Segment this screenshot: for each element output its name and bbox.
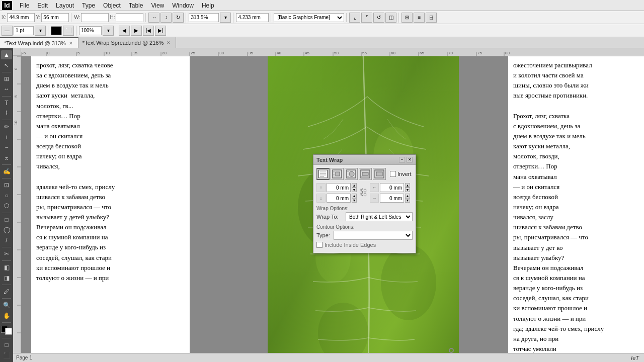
- menu-view[interactable]: View: [147, 1, 168, 10]
- tool-ellipse[interactable]: ◯: [1, 225, 12, 234]
- menu-table[interactable]: Table: [125, 1, 147, 10]
- wrap-mode-above[interactable]: [359, 168, 372, 180]
- wrap-to-select[interactable]: Both Right & Left Sides Left Side Right …: [346, 212, 413, 221]
- y-input[interactable]: [41, 13, 69, 22]
- wrap-options-label: Wrap Options:: [316, 206, 413, 211]
- offset-right-down[interactable]: ▼: [405, 198, 410, 203]
- status-text: Page 1: [16, 355, 32, 360]
- x-input[interactable]: [7, 13, 35, 22]
- dialog-controls: − ✕: [399, 157, 413, 163]
- type-select[interactable]: Bounding Box Detect Edges Alpha Channel: [334, 231, 413, 240]
- menu-help[interactable]: Help: [198, 1, 218, 10]
- tool-scissors[interactable]: ✂: [1, 249, 12, 258]
- display-mode-btn[interactable]: ⊟: [401, 13, 413, 23]
- offset-top-input[interactable]: [327, 183, 351, 192]
- tool-polygon-frame[interactable]: ⬡: [1, 201, 12, 210]
- dialog-minimize-btn[interactable]: −: [399, 157, 405, 163]
- tool-pencil[interactable]: ✍: [1, 167, 12, 176]
- tool-type[interactable]: T: [1, 99, 12, 108]
- menubar: Id File Edit Layout Type Object Table Vi…: [0, 0, 644, 11]
- wrap-mode-contour[interactable]: [345, 168, 358, 180]
- tool-mode-normal[interactable]: □: [1, 340, 12, 349]
- include-inside-edges-checkbox[interactable]: [316, 242, 323, 248]
- tool-hand[interactable]: ✋: [1, 311, 12, 320]
- tool-gradient-swatch[interactable]: ◧: [1, 263, 12, 272]
- wrap-btn[interactable]: ⌸: [426, 13, 437, 23]
- first-page-btn[interactable]: |◀: [143, 26, 154, 36]
- menu-window[interactable]: Window: [169, 1, 197, 10]
- tool-rectangle[interactable]: □: [1, 215, 12, 224]
- flip-v-btn[interactable]: ↕: [160, 13, 172, 23]
- tool-gradient-feather[interactable]: ◨: [1, 273, 12, 282]
- last-page-btn[interactable]: ▶|: [155, 26, 166, 36]
- zoom-pct-input[interactable]: [79, 26, 102, 35]
- tool-rectangle-frame[interactable]: ⊡: [1, 180, 12, 190]
- offset-right-up[interactable]: ▲: [405, 194, 410, 198]
- dialog-close-btn[interactable]: ✕: [407, 157, 413, 163]
- tool-line[interactable]: /: [1, 235, 12, 244]
- dialog-titlebar[interactable]: Text Wrap − ✕: [313, 155, 416, 165]
- offset-bottom-up[interactable]: ▲: [352, 194, 357, 198]
- tab-textwrap-close[interactable]: ✕: [68, 40, 74, 46]
- offset-left-up[interactable]: ▲: [405, 183, 410, 188]
- coord-input[interactable]: [236, 13, 269, 22]
- tool-type-path[interactable]: ⌇: [1, 109, 12, 118]
- svg-text:55: 55: [362, 51, 367, 55]
- offset-top-up[interactable]: ▲: [352, 183, 357, 188]
- tool-direct-select[interactable]: ↖: [1, 60, 12, 69]
- tool-zoom[interactable]: 🔍: [1, 301, 12, 310]
- menu-object[interactable]: Object: [100, 1, 124, 10]
- offset-bottom-input[interactable]: [327, 194, 351, 203]
- h-input[interactable]: [116, 13, 143, 22]
- w-input[interactable]: [81, 13, 109, 22]
- tool-mode-preview[interactable]: ⬛: [1, 350, 12, 359]
- menu-layout[interactable]: Layout: [52, 1, 77, 10]
- tab-textwrap[interactable]: *Text Wrap.indd @ 313% ✕: [0, 37, 78, 48]
- zoom-pct-dropdown[interactable]: ▾: [103, 26, 114, 36]
- offset-bottom-row: ↓ ▲ ▼: [316, 194, 357, 203]
- wrap-mode-next-frame[interactable]: [373, 168, 386, 180]
- offset-right-input[interactable]: [380, 194, 404, 203]
- tool-note[interactable]: 🖊: [1, 287, 12, 296]
- tool-del-anchor[interactable]: −: [1, 143, 12, 152]
- shear-btn[interactable]: ⌜: [361, 13, 372, 23]
- stroke-weight-input[interactable]: [14, 26, 34, 35]
- zoom-dropdown[interactable]: ▾: [220, 13, 231, 23]
- offset-left-input[interactable]: [380, 183, 404, 192]
- tab-spread[interactable]: *Text Wrap Spread.indd @ 216% ✕: [78, 37, 176, 48]
- tool-convert-dir[interactable]: ⌅: [1, 153, 12, 162]
- stroke-style-btn[interactable]: —: [2, 26, 13, 36]
- tool-pen[interactable]: ✏: [1, 122, 12, 131]
- offset-bottom-down[interactable]: ▼: [352, 198, 357, 203]
- tool-select[interactable]: ▲: [1, 50, 12, 59]
- invert-area: Invert: [390, 171, 412, 177]
- offset-top-down[interactable]: ▼: [352, 188, 357, 192]
- arrange-btn[interactable]: ≡: [414, 13, 425, 23]
- chain-icon[interactable]: ⛓: [359, 188, 368, 198]
- invert-checkbox[interactable]: [390, 171, 396, 177]
- menu-file[interactable]: File: [16, 1, 33, 10]
- rotate-btn[interactable]: ↻: [173, 13, 184, 23]
- wrap-mode-none[interactable]: [316, 168, 330, 180]
- corner-btn[interactable]: ◫: [385, 13, 396, 23]
- tab-spread-close[interactable]: ✕: [166, 40, 172, 46]
- prev-spread-btn[interactable]: ◀: [119, 26, 130, 36]
- flip-h-btn[interactable]: ↔: [148, 13, 159, 23]
- next-spread-btn[interactable]: ▶: [131, 26, 142, 36]
- rotate2-btn[interactable]: ↺: [373, 13, 384, 23]
- scale-btn[interactable]: ⌞: [349, 13, 360, 23]
- fill-color-btn[interactable]: [51, 26, 62, 35]
- menu-edit[interactable]: Edit: [34, 1, 51, 10]
- tool-gap[interactable]: ↔: [1, 84, 12, 94]
- stroke-dropdown[interactable]: ▾: [35, 26, 46, 36]
- menu-type[interactable]: Type: [78, 1, 99, 10]
- wrap-mode-bbox[interactable]: [331, 168, 344, 180]
- tool-add-anchor[interactable]: +: [1, 133, 12, 142]
- zoom-input[interactable]: [189, 13, 219, 22]
- tool-ellipse-frame[interactable]: ○: [1, 191, 12, 200]
- tool-page[interactable]: ⊞: [1, 74, 12, 83]
- offset-left-down[interactable]: ▼: [405, 188, 410, 192]
- canvas-area[interactable]: -5 0 5 10 15 20 25 30 35: [13, 48, 644, 362]
- stroke-color-btn[interactable]: ⬜: [63, 26, 74, 36]
- frame-type-select[interactable]: [Basic Graphics Frame]: [274, 13, 344, 22]
